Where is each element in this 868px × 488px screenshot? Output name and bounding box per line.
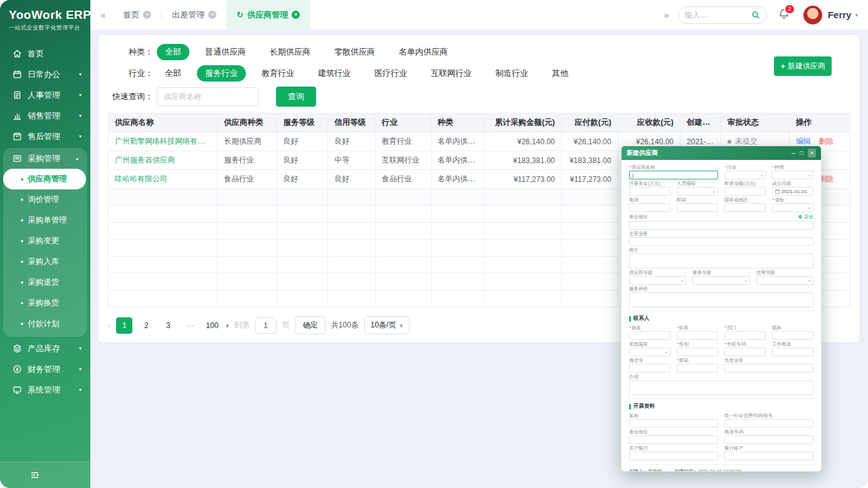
sidebar-subitem-3[interactable]: •采购变更 — [3, 231, 87, 252]
form-input[interactable] — [772, 331, 813, 340]
form-input[interactable] — [724, 452, 813, 460]
sidebar-item-5[interactable]: 采购管理▴ — [3, 148, 87, 169]
sidebar-subitem-6[interactable]: •采购换货 — [3, 293, 87, 314]
form-input[interactable] — [724, 187, 766, 196]
form-input[interactable] — [677, 347, 718, 356]
form-input[interactable] — [629, 364, 670, 373]
action-edit-link[interactable]: 编辑 — [796, 137, 811, 146]
tab-出差管理[interactable]: 出差管理× — [162, 0, 226, 30]
sidebar-item-8[interactable]: 系统管理▾ — [0, 379, 90, 400]
locate-link[interactable]: 定位 — [798, 214, 813, 220]
close-icon[interactable]: × — [808, 149, 816, 157]
filter-pill[interactable]: 制造行业 — [487, 65, 536, 82]
form-select[interactable]: ▾ — [772, 171, 813, 179]
sidebar-item-6[interactable]: 产品库存▾ — [0, 338, 90, 359]
form-input[interactable] — [677, 331, 718, 340]
form-input[interactable] — [724, 435, 813, 444]
tab-close-icon[interactable]: × — [292, 11, 300, 19]
form-textarea[interactable] — [629, 292, 813, 307]
page-number[interactable]: 1 — [116, 317, 132, 334]
sidebar-item-3[interactable]: 销售管理▾ — [0, 105, 90, 126]
collapse-sidebar-icon[interactable] — [30, 470, 40, 480]
tab-供应商管理[interactable]: ↻供应商管理× — [226, 0, 310, 30]
supplier-name-link[interactable]: 广州服务器供应商 — [109, 151, 218, 170]
form-input[interactable] — [629, 237, 813, 246]
form-select[interactable]: ▾ — [677, 187, 718, 196]
filter-pill[interactable]: 零散供应商 — [326, 44, 383, 60]
sidebar-item-1[interactable]: 日常办公▾ — [0, 64, 90, 85]
form-input[interactable] — [629, 419, 718, 428]
avatar[interactable] — [803, 6, 822, 24]
form-select[interactable]: ▾ — [724, 171, 766, 179]
sidebar-item-0[interactable]: 首页 — [0, 43, 90, 64]
filter-pill[interactable]: 互联网行业 — [423, 65, 480, 82]
form-input[interactable] — [629, 187, 670, 196]
form-input[interactable] — [629, 331, 670, 340]
goto-page-input[interactable] — [255, 317, 277, 334]
date-picker[interactable]: 2021-01-01 — [772, 187, 813, 196]
refresh-icon[interactable]: ↻ — [236, 10, 243, 19]
user-name[interactable]: Ferry — [828, 9, 852, 20]
form-input[interactable] — [629, 221, 813, 230]
form-input[interactable] — [724, 331, 766, 340]
filter-pill[interactable]: 全部 — [157, 44, 189, 60]
sidebar-subitem-2[interactable]: •采购单管理 — [3, 210, 87, 231]
prev-page-icon[interactable]: ‹ — [108, 321, 110, 330]
user-menu-caret-icon[interactable]: ▾ — [855, 12, 858, 18]
page-number[interactable]: 100 — [204, 317, 220, 334]
tabs-scroll-right-icon[interactable]: » — [662, 9, 672, 20]
form-select[interactable]: ▾ — [629, 347, 670, 356]
filter-pill[interactable]: 服务行业 — [197, 65, 246, 82]
filter-pill[interactable]: 教育行业 — [253, 65, 302, 82]
tab-close-icon[interactable]: × — [143, 11, 151, 19]
form-input[interactable] — [724, 419, 813, 428]
tab-close-icon[interactable]: × — [208, 11, 216, 19]
global-search-input[interactable] — [685, 11, 751, 19]
sidebar-item-4[interactable]: 售后管理▾ — [0, 126, 90, 147]
page-number[interactable]: 2 — [138, 317, 154, 334]
form-input[interactable] — [677, 364, 718, 373]
create-supplier-button[interactable]: +新建供应商 — [774, 56, 832, 76]
form-input[interactable] — [724, 364, 813, 373]
sidebar-subitem-7[interactable]: •付款计划 — [3, 314, 87, 334]
supplier-name-filter-input[interactable] — [157, 87, 258, 106]
sidebar-item-2[interactable]: 人事管理▾ — [0, 85, 90, 105]
form-input[interactable] — [724, 347, 766, 356]
form-select[interactable]: ▾ — [629, 276, 686, 285]
sidebar-subitem-4[interactable]: •采购入库 — [3, 252, 87, 272]
tabs-scroll-left-icon[interactable]: « — [98, 9, 108, 20]
page-number[interactable]: 3 — [160, 317, 176, 334]
form-select[interactable]: ▾ — [772, 203, 813, 212]
goto-confirm-button[interactable]: 确定 — [295, 316, 326, 334]
filter-pill[interactable]: 医疗行业 — [366, 65, 415, 82]
tab-首页[interactable]: 首页× — [113, 0, 161, 30]
minimize-icon[interactable]: ─ — [791, 149, 795, 157]
form-input[interactable] — [629, 435, 718, 444]
supplier-name-link[interactable]: 哇哈哈有限公司 — [109, 170, 218, 189]
supplier-name-input[interactable]: | — [629, 171, 718, 179]
notification-bell-icon[interactable]: 2 — [778, 8, 790, 22]
filter-pill[interactable]: 名单内供应商 — [391, 44, 456, 60]
filter-pill[interactable]: 普通供应商 — [197, 44, 254, 60]
form-input[interactable] — [677, 203, 718, 212]
filter-pill[interactable]: 建筑行业 — [310, 65, 359, 82]
form-input[interactable] — [629, 203, 670, 212]
sidebar-subitem-5[interactable]: •采购退货 — [3, 272, 87, 293]
form-textarea[interactable] — [629, 253, 813, 268]
filter-pill[interactable]: 长期供应商 — [262, 44, 319, 60]
form-input[interactable] — [629, 452, 718, 460]
action-delete-link[interactable]: 删除 — [818, 137, 834, 146]
form-input[interactable] — [724, 203, 766, 212]
maximize-icon[interactable]: □ — [800, 149, 803, 157]
filter-pill[interactable]: 全部 — [157, 65, 189, 82]
sidebar-item-7[interactable]: 财务管理▾ — [0, 359, 90, 379]
sidebar-subitem-1[interactable]: •询价管理 — [3, 189, 87, 210]
sidebar-subitem-0[interactable]: •供应商管理 — [3, 169, 86, 189]
form-input[interactable] — [772, 347, 813, 356]
next-page-icon[interactable]: › — [226, 321, 228, 330]
filter-pill[interactable]: 其他 — [544, 65, 576, 82]
form-textarea[interactable] — [629, 380, 813, 395]
search-button[interactable]: 查询 — [276, 87, 316, 107]
form-select[interactable]: ▾ — [692, 276, 749, 285]
supplier-name-link[interactable]: 广州勤擎网络科技网络有限公司 — [109, 132, 218, 151]
